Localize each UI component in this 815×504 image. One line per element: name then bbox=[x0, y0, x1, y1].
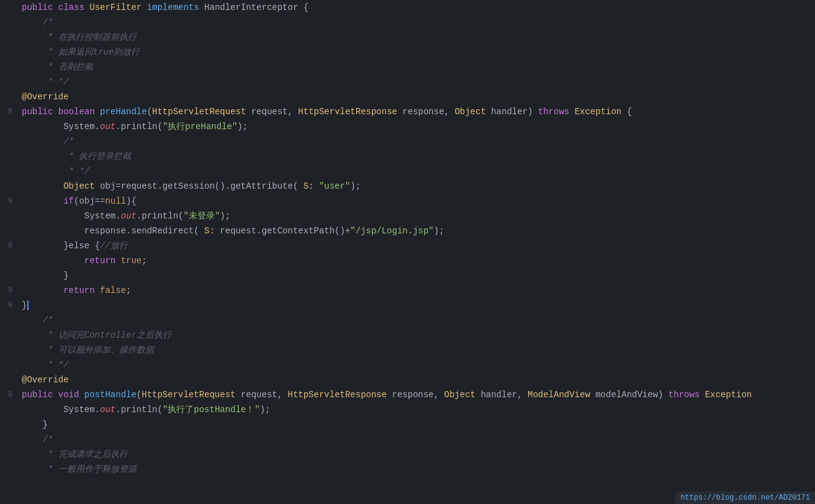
token: }else bbox=[22, 241, 95, 251]
token: ( bbox=[137, 390, 142, 400]
token: throws bbox=[669, 390, 705, 400]
code-line: * */ bbox=[0, 164, 815, 179]
token bbox=[314, 181, 319, 191]
token: * */ bbox=[22, 77, 69, 87]
token: postHandle bbox=[84, 390, 137, 400]
line-content: * 执行登录拦截 bbox=[19, 150, 815, 163]
token: preHandle bbox=[100, 107, 147, 117]
code-line: System.out.println("执行了postHandle！"); bbox=[0, 402, 815, 417]
token: out bbox=[100, 122, 115, 132]
code-line: response.sendRedirect( S: request.getCon… bbox=[0, 223, 815, 238]
token: ( bbox=[147, 107, 152, 117]
line-content: public class UserFilter implements Handl… bbox=[19, 1, 815, 14]
code-line: 9 }else {//放行 bbox=[0, 238, 815, 253]
token: Controller bbox=[84, 330, 137, 340]
code-line: /* bbox=[0, 15, 815, 30]
token: HttpServletResponse bbox=[288, 390, 392, 400]
token: /* bbox=[22, 315, 53, 325]
code-line: 9 if(obj==null){ bbox=[0, 194, 815, 209]
url-bar: https://blog.csdn.net/AD20171 bbox=[675, 492, 815, 504]
token: (obj== bbox=[74, 196, 105, 206]
line-content: } bbox=[19, 299, 815, 312]
token: 则放行 bbox=[114, 47, 140, 57]
line-content: return true; bbox=[19, 254, 815, 268]
code-line: /* bbox=[0, 134, 815, 149]
line-content: * 如果返回true则放行 bbox=[19, 45, 815, 59]
token: class bbox=[58, 2, 89, 12]
line-content: /* bbox=[19, 433, 815, 446]
line-content: }else {//放行 bbox=[19, 239, 815, 253]
code-line: 9} bbox=[0, 298, 815, 313]
line-number: 9 bbox=[0, 299, 19, 312]
token: System. bbox=[22, 211, 121, 221]
code-line: public class UserFilter implements Handl… bbox=[0, 0, 815, 15]
line-content: /* bbox=[19, 16, 815, 29]
token: Object bbox=[444, 390, 481, 400]
code-line: 9 return false; bbox=[0, 283, 815, 298]
token: public bbox=[22, 107, 58, 117]
line-content: * 一般用作于释放资源 bbox=[19, 462, 815, 476]
line-number: 9 bbox=[0, 105, 19, 119]
token: ModelAndView bbox=[528, 390, 595, 400]
line-number: 9 bbox=[0, 388, 19, 402]
token: return bbox=[22, 286, 100, 295]
token: 之后执行 bbox=[137, 330, 171, 340]
token: System. bbox=[22, 122, 100, 132]
code-line: * 完成请求之后执行 bbox=[0, 447, 815, 462]
token: HttpServletRequest bbox=[152, 107, 251, 117]
token: /* bbox=[22, 17, 53, 27]
token: public bbox=[22, 2, 58, 12]
token: { bbox=[627, 107, 632, 117]
token: UserFilter bbox=[89, 2, 146, 12]
line-content: public boolean preHandle(HttpServletRequ… bbox=[19, 105, 815, 119]
code-line: System.out.println("未登录"); bbox=[0, 209, 815, 223]
code-line: * 可以额外添加、操作数据 bbox=[0, 343, 815, 358]
token: ; bbox=[126, 286, 131, 295]
token: "执行了postHandle！" bbox=[163, 405, 260, 415]
token: System. bbox=[22, 405, 100, 415]
token: public bbox=[22, 390, 58, 400]
token: } bbox=[22, 300, 27, 310]
token: true bbox=[93, 47, 114, 57]
token: Object bbox=[454, 107, 491, 117]
token: return bbox=[22, 256, 121, 266]
token: request, bbox=[241, 390, 288, 400]
token: * */ bbox=[22, 360, 69, 370]
token: response.sendRedirect( bbox=[22, 226, 204, 236]
line-content: * */ bbox=[19, 75, 815, 89]
code-line: Object obj=request.getSession().getAttri… bbox=[0, 179, 815, 194]
code-line: return true; bbox=[0, 253, 815, 268]
token: Exception bbox=[575, 107, 627, 117]
token: if bbox=[22, 196, 74, 206]
token: * 完成请求之后执行 bbox=[22, 449, 128, 459]
token: handler, bbox=[480, 390, 528, 400]
token: * 如果返回 bbox=[22, 47, 93, 57]
token: /* bbox=[22, 434, 53, 444]
code-line: * 否则拦截 bbox=[0, 60, 815, 74]
token: ); bbox=[220, 211, 230, 221]
token: Exception bbox=[705, 390, 752, 400]
code-editor: public class UserFilter implements Handl… bbox=[0, 0, 815, 504]
token: response, bbox=[392, 390, 444, 400]
line-content: @Override bbox=[19, 373, 815, 387]
code-line: 9public void postHandle(HttpServletReque… bbox=[0, 387, 815, 402]
code-line: /* bbox=[0, 313, 815, 328]
line-content: /* bbox=[19, 313, 815, 327]
token: out bbox=[121, 211, 137, 221]
line-number: 9 bbox=[0, 194, 19, 208]
token: handler) bbox=[491, 107, 538, 117]
code-line: * 如果返回true则放行 bbox=[0, 45, 815, 60]
line-content: @Override bbox=[19, 90, 815, 104]
code-line: System.out.println("执行preHandle"); bbox=[0, 119, 815, 134]
token: S: bbox=[304, 181, 314, 191]
token: "未登录" bbox=[183, 211, 220, 221]
token: "执行preHandle" bbox=[163, 122, 237, 132]
token: ); bbox=[237, 122, 248, 132]
line-content: } bbox=[19, 269, 815, 282]
token: out bbox=[100, 405, 115, 415]
line-content: public void postHandle(HttpServletReques… bbox=[19, 388, 815, 402]
line-content: } bbox=[19, 418, 815, 431]
code-line: * 一般用作于释放资源 bbox=[0, 462, 815, 477]
line-content: return false; bbox=[19, 284, 815, 297]
token: Object bbox=[22, 181, 100, 191]
